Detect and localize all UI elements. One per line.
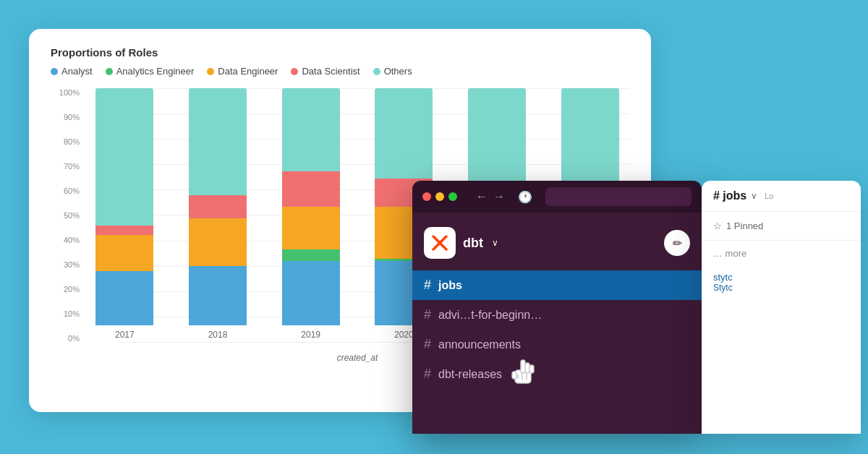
legend-dot	[291, 68, 298, 75]
channel-name: announcements	[438, 338, 521, 351]
lo-label: Lo	[765, 192, 773, 200]
channel-item-dbt-releases[interactable]: #dbt-releases	[412, 359, 702, 389]
slack-panel: ← → 🕐 dbt ∨ ✏ #jobs	[412, 181, 702, 434]
slack-sidebar: dbt ∨ ✏ #jobs#advi…t-for-beginn…#announc…	[412, 213, 702, 398]
y-axis-label: 20%	[51, 285, 80, 294]
y-axis-label: 40%	[51, 236, 80, 244]
bar-stack	[189, 88, 247, 325]
y-axis-label: 80%	[51, 137, 80, 146]
workspace-name: dbt	[463, 236, 483, 251]
legend-item-data-scientist: Data Scientist	[291, 66, 359, 77]
bar-year-label: 2019	[301, 330, 320, 340]
y-axis: 100%90%80%70%60%50%40%30%20%10%0%	[51, 88, 80, 363]
bar-segment	[95, 88, 153, 226]
right-panel-header: # jobs ∨ Lo	[702, 181, 861, 212]
y-axis-label: 70%	[51, 162, 80, 171]
bar-year-label: 2017	[115, 330, 135, 340]
bar-year-label: 2018	[208, 330, 228, 340]
workspace-chevron: ∨	[492, 238, 498, 248]
bar-segment	[282, 249, 340, 261]
user-display-1: Stytc	[713, 283, 849, 293]
y-axis-label: 50%	[51, 211, 80, 220]
forward-button[interactable]: →	[493, 190, 505, 203]
legend-item-analyst: Analyst	[51, 66, 93, 77]
nav-buttons: ← →	[476, 190, 505, 203]
channel-hash-icon: #	[424, 278, 431, 293]
user-item-1: stytc Stytc	[702, 266, 861, 299]
x-axis-label: created_at	[337, 353, 378, 363]
bar-segment	[282, 207, 340, 249]
more-section: … more	[702, 241, 861, 266]
bar-segment	[282, 261, 340, 325]
history-button[interactable]: 🕐	[518, 190, 532, 204]
legend-label: Data Scientist	[302, 66, 359, 77]
legend-dot	[373, 68, 380, 75]
bar-segment	[561, 88, 619, 190]
legend-label: Others	[384, 66, 412, 77]
legend-item-data-engineer: Data Engineer	[207, 66, 278, 77]
bar-group-2019: 2019	[271, 88, 350, 343]
bar-segment	[189, 266, 247, 325]
url-bar[interactable]	[545, 187, 692, 206]
channel-chevron-icon: ∨	[751, 191, 757, 201]
bar-segment	[282, 171, 340, 207]
channel-name-header: # jobs	[713, 189, 746, 202]
y-axis-label: 30%	[51, 260, 80, 269]
bar-segment	[189, 195, 247, 219]
bar-group-2017: 2017	[85, 88, 164, 343]
bar-year-label: 2020	[394, 330, 414, 340]
workspace-left: dbt ∨	[424, 227, 498, 259]
browser-bar: ← → 🕐	[412, 181, 702, 213]
red-dot	[422, 192, 431, 201]
channel-name: advi…t-for-beginn…	[438, 309, 542, 322]
yellow-dot	[435, 192, 444, 201]
y-axis-label: 60%	[51, 187, 80, 195]
back-button[interactable]: ←	[476, 190, 488, 203]
channel-item-jobs[interactable]: #jobs	[412, 270, 702, 300]
legend-dot	[106, 68, 113, 75]
workspace-header: dbt ∨ ✏	[412, 221, 702, 270]
traffic-lights	[422, 192, 457, 201]
channel-item-advi-t-for-beginn-[interactable]: #advi…t-for-beginn…	[412, 300, 702, 330]
bar-segment	[95, 235, 153, 270]
bar-segment	[468, 88, 526, 188]
y-axis-label: 0%	[51, 334, 80, 343]
bar-segment	[375, 88, 433, 179]
bar-segment	[189, 88, 247, 195]
channel-list: #jobs#advi…t-for-beginn…#announcements#d…	[412, 270, 702, 389]
chart-title: Proportions of Roles	[51, 46, 629, 59]
dbt-logo	[424, 227, 456, 259]
svg-point-1	[438, 241, 442, 245]
legend-dot	[207, 68, 214, 75]
user-name-1: stytc	[713, 272, 849, 283]
legend-label: Analyst	[61, 66, 93, 77]
channel-item-announcements[interactable]: #announcements	[412, 330, 702, 359]
legend-label: Data Engineer	[218, 66, 278, 77]
bar-segment	[95, 271, 153, 325]
bar-segment	[282, 88, 340, 171]
bar-segment	[189, 218, 247, 266]
y-axis-label: 90%	[51, 113, 80, 121]
pin-icon: ☆	[713, 220, 722, 231]
legend-dot	[51, 68, 58, 75]
chart-legend: AnalystAnalytics EngineerData EngineerDa…	[51, 66, 629, 77]
channel-hash-icon: #	[424, 337, 431, 352]
bar-stack	[95, 88, 153, 325]
bar-group-2018: 2018	[179, 88, 258, 343]
right-panel: # jobs ∨ Lo ☆ 1 Pinned … more stytc Styt…	[702, 181, 861, 434]
channel-hash-icon: #	[424, 307, 431, 322]
y-axis-label: 100%	[51, 88, 80, 97]
channel-name: jobs	[438, 279, 462, 292]
bar-segment	[95, 226, 153, 235]
compose-button[interactable]: ✏	[664, 230, 690, 256]
pinned-count: 1 Pinned	[726, 220, 763, 231]
y-axis-label: 10%	[51, 309, 80, 318]
more-label: … more	[713, 248, 746, 259]
pinned-section: ☆ 1 Pinned	[702, 212, 861, 241]
channel-hash-icon: #	[424, 367, 431, 382]
legend-label: Analytics Engineer	[116, 66, 195, 77]
legend-item-others: Others	[373, 66, 412, 77]
channel-name: dbt-releases	[438, 368, 502, 381]
bar-stack	[282, 88, 340, 325]
green-dot	[448, 192, 457, 201]
